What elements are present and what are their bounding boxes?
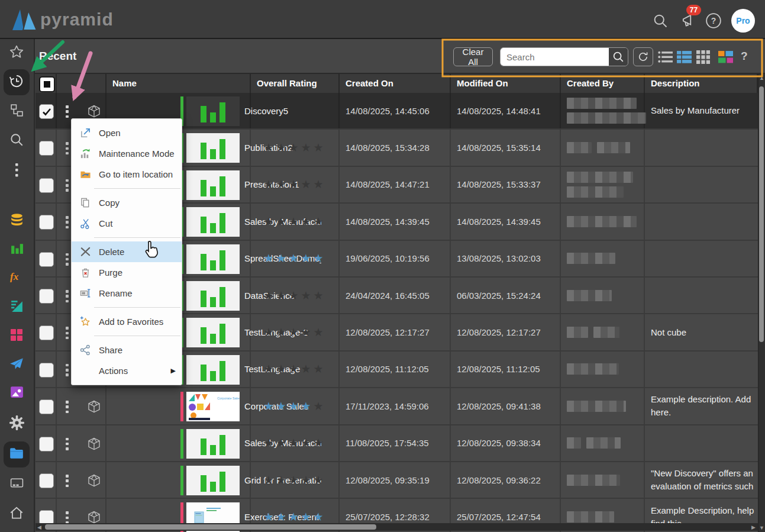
item-type-cube-icon	[86, 436, 102, 454]
created-on-value: 24/04/2024, 16:45:05	[346, 278, 430, 313]
menu-item-actions[interactable]: Actions▶	[72, 360, 182, 381]
sidebar-item-illustrate[interactable]	[4, 323, 30, 349]
kebab-menu-icon[interactable]	[66, 327, 69, 339]
column-header[interactable]: Modified On	[451, 74, 561, 93]
rating-stars[interactable]: ★★★★★	[251, 130, 338, 165]
column-header[interactable]: Name	[106, 74, 251, 93]
rating-stars[interactable]	[251, 93, 338, 128]
column-header[interactable]: Created By	[561, 74, 645, 93]
menu-separator	[94, 237, 180, 238]
kebab-menu-icon[interactable]	[66, 475, 69, 487]
rating-stars[interactable]: ★★★★★	[251, 425, 338, 461]
table-row[interactable]: Corporate SalesCorporate Sales★★★★★17/11…	[35, 388, 758, 425]
sidebar-item-search[interactable]	[4, 128, 30, 154]
sidebar-item-workstation[interactable]	[4, 472, 30, 498]
created-on-value: 19/06/2025, 10:19:56	[346, 241, 430, 276]
modified-on-value: 14/08/2025, 15:35:14	[457, 130, 541, 165]
menu-item-add-to-favorites[interactable]: Add to Favorites	[72, 311, 182, 332]
kebab-menu-icon[interactable]	[66, 401, 69, 413]
kebab-menu-icon[interactable]	[66, 511, 69, 524]
row-checkbox[interactable]	[39, 399, 54, 414]
rating-stars[interactable]: ★★★★★	[251, 314, 338, 350]
description-value: "New Discovery" offers an evaluation of …	[651, 467, 755, 493]
rating-stars[interactable]: ★★★★★	[251, 278, 338, 313]
kebab-menu-icon[interactable]	[66, 105, 69, 118]
column-header[interactable]: Description	[645, 74, 758, 93]
rating-stars[interactable]: ★★★★★	[251, 167, 338, 202]
refresh-button[interactable]	[633, 47, 653, 66]
rating-stars[interactable]: ★★★★★	[251, 204, 338, 239]
sidebar-item-present[interactable]	[4, 380, 30, 406]
checkbox-cell	[35, 278, 57, 313]
kebab-menu-icon[interactable]	[66, 290, 69, 302]
sidebar-item-home[interactable]	[4, 501, 30, 527]
row-checkbox[interactable]	[39, 325, 54, 340]
kebab-menu-icon[interactable]	[66, 142, 69, 154]
kebab-menu-icon[interactable]	[66, 253, 69, 266]
row-checkbox[interactable]	[39, 252, 54, 267]
created-on-cell: 14/08/2025, 14:45:06	[340, 93, 451, 128]
row-checkbox[interactable]	[39, 363, 54, 378]
svg-text:?: ?	[711, 16, 716, 25]
row-checkbox[interactable]	[39, 473, 54, 488]
row-checkbox[interactable]	[39, 104, 54, 119]
scroll-up-arrow[interactable]: ▲	[759, 76, 764, 81]
detail-view-icon[interactable]	[677, 50, 692, 63]
menu-item-rename[interactable]: Rename	[72, 283, 182, 304]
rating-stars[interactable]: ★★★★★	[251, 352, 338, 387]
menu-item-copy[interactable]: Copy	[72, 192, 182, 213]
row-checkbox[interactable]	[39, 437, 54, 452]
kebab-menu-icon[interactable]	[66, 364, 69, 376]
kebab-menu-icon[interactable]	[66, 438, 69, 450]
sidebar-item-publish[interactable]	[4, 352, 30, 378]
search-input[interactable]	[501, 48, 609, 66]
grid-help-icon[interactable]: ?	[741, 50, 748, 63]
scroll-left-arrow[interactable]: ◀	[37, 525, 41, 530]
user-avatar[interactable]: Pro	[731, 9, 755, 33]
scroll-down-arrow[interactable]: ▼	[759, 525, 764, 531]
kebab-menu-icon[interactable]	[66, 216, 69, 228]
sidebar-item-more[interactable]	[4, 158, 30, 184]
menu-item-delete[interactable]: Delete	[72, 241, 182, 262]
table-row[interactable]: Grid for Presentation★★★★★12/08/2025, 09…	[35, 462, 758, 499]
row-checkbox[interactable]	[39, 289, 54, 304]
menu-item-purge[interactable]: Purge	[72, 262, 182, 283]
global-search-icon[interactable]	[652, 12, 669, 29]
sidebar-item-content[interactable]	[4, 441, 30, 467]
vertical-scrollbar-thumb[interactable]	[759, 86, 764, 342]
sidebar-item-tabulate[interactable]	[4, 294, 30, 320]
row-checkbox[interactable]	[39, 141, 54, 156]
column-header[interactable]: Created On	[340, 74, 451, 93]
sidebar-item-settings[interactable]	[4, 411, 30, 437]
table-row[interactable]: Sales by Manufactur★★★★★11/08/2025, 17:5…	[35, 425, 758, 462]
sidebar-item-model[interactable]	[4, 208, 30, 234]
description-cell	[645, 425, 758, 461]
tile-view-icon[interactable]	[718, 50, 733, 63]
sidebar-item-hierarchy[interactable]	[4, 98, 30, 124]
menu-item-share[interactable]: Share	[72, 340, 182, 360]
list-view-icon[interactable]	[658, 50, 673, 63]
rating-stars[interactable]: ★★★★★	[251, 388, 338, 424]
modified-on-value: 12/08/2025, 09:41:38	[457, 388, 541, 424]
menu-item-go-to-item-location[interactable]: Go to item location	[72, 164, 182, 185]
sidebar-item-discover[interactable]	[4, 236, 30, 262]
help-icon[interactable]: ?	[705, 12, 722, 29]
menu-item-maintenance-mode[interactable]: Maintenance Mode	[72, 143, 182, 164]
menu-item-cut[interactable]: Cut	[72, 213, 182, 234]
search-submit-icon[interactable]	[609, 48, 628, 66]
horizontal-scrollbar-thumb[interactable]	[45, 524, 376, 530]
modified-on-cell: 14/08/2025, 15:35:14	[451, 130, 561, 165]
menu-item-open[interactable]: Open	[72, 122, 182, 143]
column-header[interactable]: Overall Rating	[251, 74, 340, 93]
sidebar-item-formulate[interactable]: fx	[4, 265, 30, 291]
rating-stars[interactable]: ★★★★★	[251, 241, 338, 276]
kebab-menu-icon[interactable]	[66, 179, 69, 192]
sidebar-item-recent[interactable]	[4, 69, 30, 95]
row-checkbox[interactable]	[39, 215, 54, 230]
scroll-right-arrow[interactable]: ▶	[751, 525, 756, 530]
row-checkbox[interactable]	[39, 178, 54, 193]
grid-view-icon[interactable]	[696, 50, 711, 63]
sidebar-item-favorites[interactable]	[4, 40, 30, 66]
clear-all-button[interactable]: Clear All	[453, 47, 493, 66]
rating-stars[interactable]: ★★★★★	[251, 462, 338, 498]
